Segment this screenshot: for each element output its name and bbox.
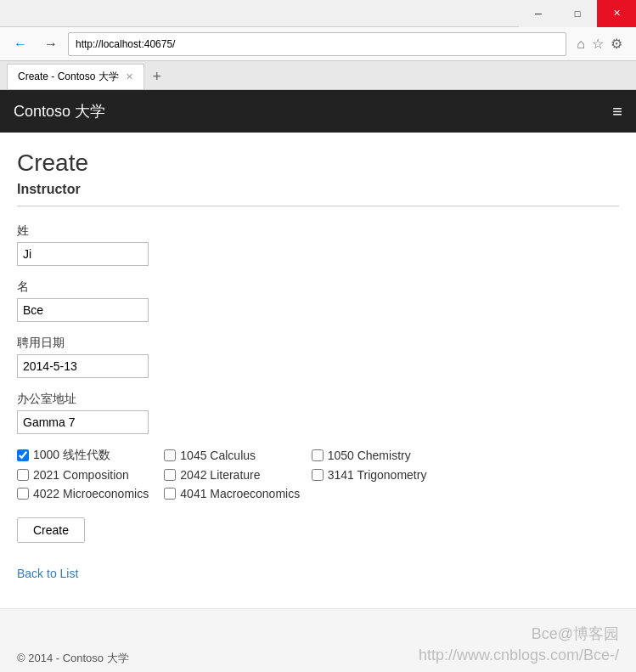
page-content: Create Instructor 姓 名 聘用日期 办公室地址 1000 线性… xyxy=(0,133,636,608)
back-to-list-link[interactable]: Back to List xyxy=(17,567,78,580)
course-checkbox-1045[interactable] xyxy=(164,449,176,461)
first-name-input[interactable] xyxy=(17,298,149,322)
office-input[interactable] xyxy=(17,410,149,434)
course-label-1045: 1045 Calculus xyxy=(180,449,256,462)
course-checkbox-3141[interactable] xyxy=(312,469,324,481)
submit-area: Create xyxy=(17,517,619,556)
watermark-line1: Bce@博客园 xyxy=(419,624,619,645)
course-checkbox-item: 2021 Composition xyxy=(17,468,164,482)
last-name-group: 姓 xyxy=(17,223,619,266)
home-icon[interactable]: ⌂ xyxy=(577,37,585,52)
first-name-label: 名 xyxy=(17,280,619,295)
active-tab[interactable]: Create - Contoso 大学 ✕ xyxy=(7,64,144,89)
office-label: 办公室地址 xyxy=(17,392,619,407)
office-group: 办公室地址 xyxy=(17,392,619,434)
section-divider xyxy=(17,206,619,206)
page-title: Create xyxy=(17,150,619,177)
course-checkbox-item: 3141 Trigonometry xyxy=(312,468,459,482)
course-label-3141: 3141 Trigonometry xyxy=(328,468,427,482)
maximize-button[interactable]: □ xyxy=(558,0,597,27)
watermark-line2: http://www.cnblogs.com/Bce-/ xyxy=(419,645,619,666)
course-label-4022: 4022 Microeconomics xyxy=(33,487,149,500)
create-button[interactable]: Create xyxy=(17,517,85,543)
favorites-bar: ⌂ ☆ ⚙ xyxy=(570,36,629,52)
url-input[interactable] xyxy=(76,38,559,50)
course-checkbox-item: 1050 Chemistry xyxy=(312,448,459,463)
titlebar-buttons: ─ □ ✕ xyxy=(519,0,636,27)
tab-bar: Create - Contoso 大学 ✕ + xyxy=(0,61,636,90)
course-checkbox-2021[interactable] xyxy=(17,469,29,481)
hire-date-label: 聘用日期 xyxy=(17,336,619,351)
settings-icon[interactable]: ⚙ xyxy=(611,36,622,52)
tab-close-button[interactable]: ✕ xyxy=(126,71,133,82)
new-tab-button[interactable]: + xyxy=(144,64,170,89)
section-title: Instructor xyxy=(17,182,619,197)
hire-date-group: 聘用日期 xyxy=(17,336,619,378)
create-form: 姓 名 聘用日期 办公室地址 1000 线性代数1045 Calculus105… xyxy=(17,223,619,580)
address-bar[interactable] xyxy=(68,32,566,56)
course-checkbox-1000[interactable] xyxy=(17,449,29,461)
course-checkbox-4041[interactable] xyxy=(164,488,176,500)
courses-grid: 1000 线性代数1045 Calculus1050 Chemistry2021… xyxy=(17,448,459,500)
hire-date-input[interactable] xyxy=(17,354,149,378)
course-label-1050: 1050 Chemistry xyxy=(328,449,411,462)
course-checkbox-4022[interactable] xyxy=(17,488,29,500)
hamburger-menu[interactable]: ≡ xyxy=(612,102,622,121)
course-checkbox-item: 4022 Microeconomics xyxy=(17,487,164,500)
course-checkbox-item: 4041 Macroeconomics xyxy=(164,487,311,500)
minimize-button[interactable]: ─ xyxy=(519,0,558,27)
last-name-label: 姓 xyxy=(17,223,619,239)
course-checkbox-item: 1045 Calculus xyxy=(164,448,311,463)
course-checkbox-item: 2042 Literature xyxy=(164,468,311,482)
first-name-group: 名 xyxy=(17,280,619,322)
close-button[interactable]: ✕ xyxy=(597,0,636,27)
forward-button[interactable]: → xyxy=(37,31,65,57)
star-icon[interactable]: ☆ xyxy=(592,36,604,52)
course-checkbox-item: 1000 线性代数 xyxy=(17,448,164,463)
tab-title: Create - Contoso 大学 xyxy=(18,70,119,84)
course-checkbox-1050[interactable] xyxy=(312,449,324,461)
app-brand: Contoso 大学 xyxy=(14,101,105,121)
browser-toolbar: ← → ⌂ ☆ ⚙ xyxy=(0,27,636,61)
page-footer: © 2014 - Contoso 大学 Bce@博客园 http://www.c… xyxy=(0,608,636,672)
app-navbar: Contoso 大学 ≡ xyxy=(0,90,636,133)
course-label-1000: 1000 线性代数 xyxy=(33,448,110,463)
browser-titlebar: ─ □ ✕ xyxy=(0,0,636,27)
last-name-input[interactable] xyxy=(17,242,149,266)
course-checkbox-2042[interactable] xyxy=(164,469,176,481)
back-button[interactable]: ← xyxy=(7,31,34,57)
footer-watermark: Bce@博客园 http://www.cnblogs.com/Bce-/ xyxy=(419,624,619,666)
course-label-4041: 4041 Macroeconomics xyxy=(180,487,300,500)
course-label-2021: 2021 Composition xyxy=(33,468,129,482)
footer-copyright: © 2014 - Contoso 大学 xyxy=(17,651,129,666)
course-label-2042: 2042 Literature xyxy=(180,468,260,482)
